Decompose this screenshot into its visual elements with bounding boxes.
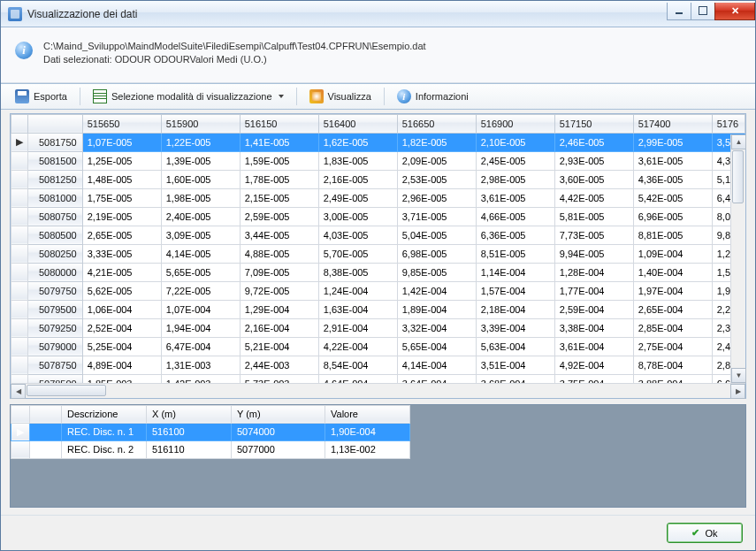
grid-cell[interactable]: 8,54E-004 <box>318 356 397 374</box>
grid-cell[interactable]: 1,13E-002 <box>325 440 410 458</box>
table-row[interactable]: REC. Disc. n. 251611050770001,13E-002 <box>11 440 410 458</box>
grid-cell[interactable]: 2,65E-004 <box>633 300 712 318</box>
scroll-down-icon[interactable]: ▼ <box>731 368 746 383</box>
column-header[interactable]: Descrizione <box>62 405 147 423</box>
grid-cell[interactable]: 1,07E-004 <box>161 300 240 318</box>
grid-cell[interactable]: 4,42E-005 <box>554 188 633 207</box>
close-button[interactable] <box>714 3 755 20</box>
table-row[interactable]: 50802503,33E-0054,14E-0054,88E-0055,70E-… <box>11 244 745 263</box>
grid-cell[interactable]: 3,38E-004 <box>554 318 633 337</box>
row-selector[interactable] <box>11 226 28 244</box>
grid-cell[interactable]: 3,71E-005 <box>397 207 476 226</box>
grid-cell[interactable]: 3,09E-005 <box>161 226 240 244</box>
grid-cell[interactable]: 1,75E-005 <box>82 188 161 207</box>
grid-cell[interactable]: 6,47E-004 <box>161 337 240 356</box>
grid-cell[interactable]: 5,70E-005 <box>318 244 397 263</box>
grid-cell[interactable]: 1,25E-005 <box>82 151 161 170</box>
row-header[interactable]: 5080500 <box>27 226 82 244</box>
row-selector[interactable] <box>11 151 28 170</box>
grid-cell[interactable]: 1,60E-005 <box>161 170 240 188</box>
grid-cell[interactable]: 3,61E-005 <box>476 188 554 207</box>
grid-cell[interactable]: 8,38E-005 <box>318 263 397 281</box>
grid-cell[interactable]: 6,96E-005 <box>633 207 712 226</box>
info-button[interactable]: i Informazioni <box>390 86 476 107</box>
table-row[interactable]: 50790005,25E-0046,47E-0045,21E-0044,22E-… <box>11 337 745 356</box>
detail-grid[interactable]: DescrizioneX (m)Y (m)Valore ▶REC. Disc. … <box>11 405 410 459</box>
grid-cell[interactable]: 3,33E-005 <box>82 244 161 263</box>
grid-cell[interactable]: 7,73E-005 <box>554 226 633 244</box>
grid-cell[interactable]: 1,42E-003 <box>161 374 240 383</box>
grid-cell[interactable]: 2,10E-005 <box>476 133 554 151</box>
grid-cell[interactable]: 5074000 <box>232 423 325 440</box>
row-selector[interactable] <box>11 440 30 458</box>
grid-cell[interactable]: 4,14E-004 <box>397 356 476 374</box>
grid-cell[interactable]: 1,90E-004 <box>325 423 410 440</box>
row-selector[interactable] <box>11 300 28 318</box>
grid-cell[interactable]: 6,36E-005 <box>476 226 554 244</box>
grid-cell[interactable]: 4,88E-005 <box>240 244 318 263</box>
grid-cell[interactable]: 2,75E-004 <box>633 337 712 356</box>
row-selector[interactable] <box>11 281 28 300</box>
grid-cell[interactable]: 2,91E-004 <box>318 318 397 337</box>
column-header[interactable]: 516900 <box>476 114 554 133</box>
grid-cell[interactable]: 9,85E-005 <box>397 263 476 281</box>
grid-cell[interactable]: 3,39E-004 <box>476 318 554 337</box>
horizontal-scrollbar[interactable]: ◀ ▶ <box>11 383 745 398</box>
grid-cell[interactable]: 4,22E-004 <box>318 337 397 356</box>
column-header[interactable]: 516400 <box>318 114 397 133</box>
grid-cell[interactable]: 1,39E-005 <box>161 151 240 170</box>
column-header[interactable]: 516150 <box>240 114 318 133</box>
grid-cell[interactable]: 3,61E-004 <box>554 337 633 356</box>
column-header[interactable]: 515650 <box>82 114 161 133</box>
grid-cell[interactable]: 3,32E-004 <box>397 318 476 337</box>
grid-cell[interactable]: 5,42E-005 <box>633 188 712 207</box>
grid-cell[interactable]: 2,59E-005 <box>240 207 318 226</box>
grid-cell[interactable]: 1,78E-005 <box>240 170 318 188</box>
row-header[interactable]: 5080000 <box>27 263 82 281</box>
table-row[interactable]: 50805002,65E-0053,09E-0053,44E-0054,03E-… <box>11 226 745 244</box>
column-header[interactable]: 515900 <box>161 114 240 133</box>
grid-cell[interactable]: 5077000 <box>232 440 325 458</box>
grid-cell[interactable]: 5,04E-005 <box>397 226 476 244</box>
row-header[interactable]: 5080250 <box>27 244 82 263</box>
grid-cell[interactable]: 2,49E-005 <box>318 188 397 207</box>
grid-cell[interactable]: 2,16E-005 <box>318 170 397 188</box>
grid-cell[interactable]: 2,44E-003 <box>240 356 318 374</box>
minimize-button[interactable] <box>667 3 691 20</box>
grid-cell[interactable]: 5,65E-005 <box>161 263 240 281</box>
row-selector[interactable] <box>11 244 28 263</box>
grid-cell[interactable]: 5,73E-003 <box>240 374 318 383</box>
table-row[interactable]: 50800004,21E-0055,65E-0057,09E-0058,38E-… <box>11 263 745 281</box>
row-selector[interactable] <box>11 263 28 281</box>
grid-cell[interactable]: 1,83E-005 <box>318 151 397 170</box>
scroll-left-icon[interactable]: ◀ <box>11 384 26 399</box>
row-selector[interactable] <box>11 318 28 337</box>
row-header[interactable]: 5079500 <box>27 300 82 318</box>
grid-cell[interactable]: 3,88E-004 <box>633 374 712 383</box>
grid-cell[interactable]: 1,62E-005 <box>318 133 397 151</box>
grid-cell[interactable]: 2,93E-005 <box>554 151 633 170</box>
grid-cell[interactable]: 1,28E-004 <box>554 263 633 281</box>
grid-cell[interactable]: 1,09E-004 <box>633 244 712 263</box>
grid-cell[interactable]: 2,46E-005 <box>554 133 633 151</box>
table-row[interactable]: 50785001,85E-0031,42E-0035,73E-0034,64E-… <box>11 374 745 383</box>
scroll-thumb[interactable] <box>27 385 106 396</box>
grid-cell[interactable]: 7,09E-005 <box>240 263 318 281</box>
grid-cell[interactable]: 2,59E-004 <box>554 300 633 318</box>
grid-cell[interactable]: 1,40E-004 <box>633 263 712 281</box>
grid-cell[interactable]: 2,52E-004 <box>82 318 161 337</box>
grid-cell[interactable]: 9,94E-005 <box>554 244 633 263</box>
row-header[interactable]: 5081750 <box>27 133 82 151</box>
grid-cell[interactable]: 8,51E-005 <box>476 244 554 263</box>
grid-cell[interactable]: 1,14E-004 <box>476 263 554 281</box>
grid-cell[interactable]: 1,29E-004 <box>240 300 318 318</box>
titlebar[interactable]: Visualizzazione dei dati <box>1 1 755 27</box>
grid-cell[interactable]: 4,64E-004 <box>318 374 397 383</box>
grid-cell[interactable]: 1,77E-004 <box>554 281 633 300</box>
column-header[interactable]: 517150 <box>554 114 633 133</box>
scroll-thumb[interactable] <box>732 150 744 203</box>
grid-cell[interactable]: 2,18E-004 <box>476 300 554 318</box>
grid-cell[interactable]: 1,59E-005 <box>240 151 318 170</box>
grid-cell[interactable]: 4,92E-004 <box>554 356 633 374</box>
table-row[interactable]: 50795001,06E-0041,07E-0041,29E-0041,63E-… <box>11 300 745 318</box>
